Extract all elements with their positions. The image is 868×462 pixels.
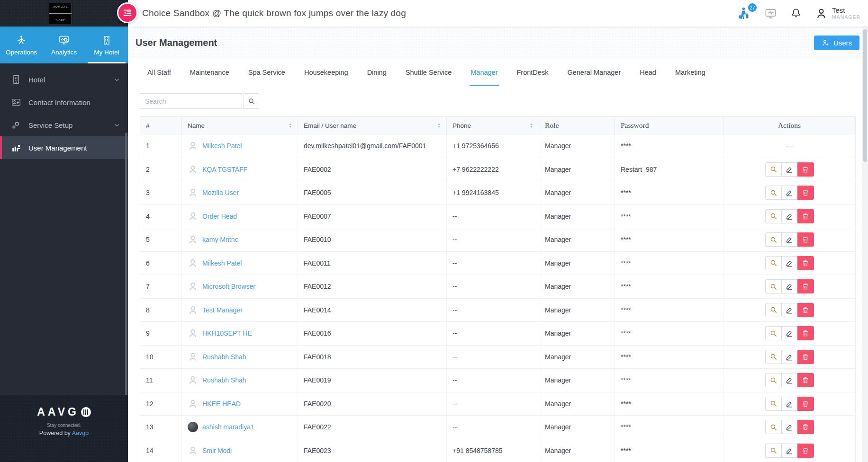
view-user-button[interactable] [765, 397, 782, 411]
delete-user-button[interactable] [797, 326, 814, 340]
sort-icon[interactable]: ▲▼ [530, 123, 533, 128]
outdent-icon [122, 8, 133, 18]
user-name-link[interactable]: Smit Modi [202, 447, 232, 454]
tab-maintenance[interactable]: Maintenance [182, 59, 237, 86]
view-user-button[interactable] [765, 303, 782, 317]
role-cell: Manager [539, 275, 615, 299]
user-name-link[interactable]: KQA TGSTAFF [202, 166, 247, 173]
delete-user-button[interactable] [797, 397, 814, 411]
view-user-button[interactable] [765, 232, 782, 247]
sort-icon[interactable]: ▲▼ [437, 123, 441, 128]
user-name-link[interactable]: Order Head [202, 213, 237, 220]
view-user-button[interactable] [765, 256, 782, 270]
search-button[interactable] [244, 93, 259, 109]
delete-user-button[interactable] [797, 256, 814, 270]
password-cell: **** [615, 228, 723, 252]
edit-user-button[interactable] [781, 420, 798, 434]
tab-marketing[interactable]: Marketing [667, 59, 714, 86]
tab-spa-service[interactable]: Spa Service [240, 59, 293, 86]
sidebar-item-contact-information[interactable]: Contact Information [0, 91, 128, 114]
scrollbar-thumb[interactable] [863, 29, 867, 162]
sidebar-tab-operations[interactable]: Operations [0, 27, 43, 63]
delete-user-button[interactable] [797, 232, 814, 247]
delete-user-button[interactable] [797, 350, 814, 364]
tab-all-staff[interactable]: All Staff [139, 59, 179, 86]
tab-frontdesk[interactable]: FrontDesk [509, 59, 557, 86]
search-input[interactable] [140, 93, 242, 109]
edit-user-button[interactable] [781, 209, 798, 223]
edit-user-button[interactable] [781, 303, 798, 317]
sidebar-scrollbar-thumb[interactable] [125, 133, 127, 425]
table-row: 13ashish maradiya1FAE0022--Manager**** [140, 416, 856, 439]
user-name-link[interactable]: Rushabh Shah [202, 353, 246, 361]
sidebar-tab-my-hotel[interactable]: My Hotel [85, 27, 128, 63]
tab-housekeeping[interactable]: Housekeeping [296, 59, 356, 86]
delete-user-button[interactable] [797, 303, 814, 317]
tab-general-manager[interactable]: General Manager [559, 59, 629, 86]
name-cell: KQA TGSTAFF [182, 158, 298, 181]
delete-user-button[interactable] [797, 420, 814, 434]
view-user-button[interactable] [765, 326, 782, 340]
guests-traveler-icon[interactable]: 27 [737, 6, 751, 20]
user-name-link[interactable]: Rushabh Shah [202, 376, 246, 384]
delete-user-button[interactable] [797, 209, 814, 223]
edit-user-button[interactable] [781, 373, 798, 387]
sidebar-toggle-button[interactable] [117, 2, 138, 23]
row-number-cell: 6 [140, 251, 182, 275]
view-user-button[interactable] [765, 373, 782, 387]
edit-user-button[interactable] [781, 232, 798, 247]
sidebar-tab-analytics[interactable]: Analytics [43, 27, 85, 63]
tab-dining[interactable]: Dining [359, 59, 395, 86]
tab-shuttle-service[interactable]: Shuttle Service [398, 59, 460, 86]
view-user-button[interactable] [765, 350, 782, 364]
user-menu[interactable]: Test MANAGER [815, 6, 860, 20]
view-user-button[interactable] [765, 444, 782, 458]
row-number-cell: 9 [140, 322, 182, 346]
view-user-button[interactable] [765, 420, 782, 434]
delete-user-button[interactable] [797, 373, 814, 387]
action-buttons [765, 350, 814, 364]
delete-user-button[interactable] [797, 444, 814, 458]
user-name-link[interactable]: HKH10SEPT HE [202, 329, 252, 337]
sidebar-item-service-setup[interactable]: Service Setup [0, 114, 128, 136]
aavgo-link[interactable]: Aavgo [72, 430, 89, 436]
user-name-link[interactable]: Microsoft Browser [202, 283, 255, 290]
column-header-name[interactable]: Name▲▼ [182, 117, 298, 134]
column-header-email-user-name[interactable]: Email / User name▲▼ [298, 117, 447, 134]
edit-user-button[interactable] [781, 279, 798, 293]
user-name-link[interactable]: Milkesh Patel [202, 259, 242, 267]
sidebar-item-user-management[interactable]: User Management [0, 136, 128, 159]
delete-user-button[interactable] [797, 162, 814, 177]
page-scrollbar[interactable] [862, 27, 868, 462]
edit-user-button[interactable] [781, 397, 798, 411]
user-name-link[interactable]: Mozilla User [202, 189, 239, 196]
notifications-bell-icon[interactable] [790, 8, 802, 19]
tab-manager[interactable]: Manager [462, 59, 506, 86]
edit-user-button[interactable] [781, 256, 798, 270]
users-button[interactable]: Users [814, 36, 859, 50]
aavgo-o-icon [81, 407, 91, 417]
edit-user-button[interactable] [781, 162, 798, 177]
user-name-link[interactable]: Test Manager [202, 306, 243, 314]
delete-user-button[interactable] [797, 186, 814, 200]
user-name-link[interactable]: kamy Mntnc [202, 236, 238, 243]
trash-icon [802, 400, 809, 408]
view-user-button[interactable] [765, 186, 782, 200]
user-name-link[interactable]: HKEE HEAD [202, 400, 241, 408]
email-cell: FAE0022 [298, 416, 447, 439]
delete-user-button[interactable] [797, 279, 814, 293]
view-user-button[interactable] [765, 209, 782, 223]
sort-icon[interactable]: ▲▼ [289, 123, 292, 128]
edit-user-button[interactable] [781, 326, 798, 340]
edit-user-button[interactable] [781, 186, 798, 200]
sidebar-item-hotel[interactable]: Hotel [0, 68, 128, 91]
view-user-button[interactable] [765, 279, 782, 293]
column-header-phone[interactable]: Phone▲▼ [447, 117, 539, 134]
edit-user-button[interactable] [781, 444, 798, 458]
tab-head[interactable]: Head [632, 59, 664, 86]
view-user-button[interactable] [765, 162, 782, 177]
user-name-link[interactable]: ashish maradiya1 [202, 423, 254, 431]
user-name-link[interactable]: Milkesh Patel [202, 142, 242, 150]
device-monitor-icon[interactable] [764, 7, 777, 20]
edit-user-button[interactable] [781, 350, 798, 364]
